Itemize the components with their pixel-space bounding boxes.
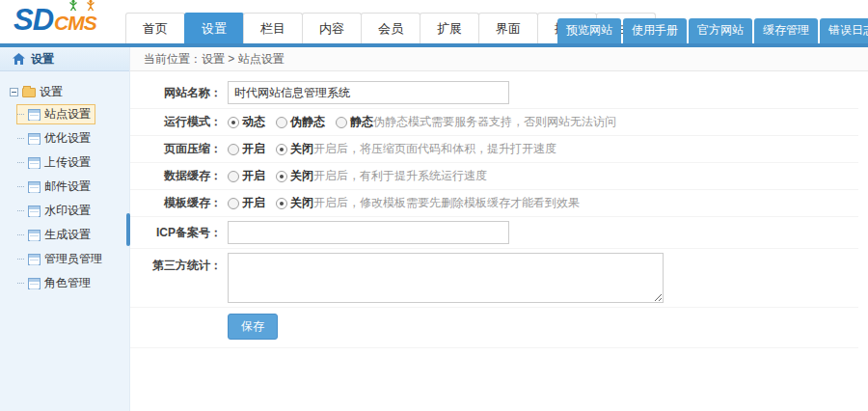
- settings-tree: 设置 站点设置 优化设置 上传设置 邮件设置 水印设置 生成设置 管理员管理 角…: [0, 71, 129, 293]
- sidebar-item-seo-settings[interactable]: 优化设置: [16, 128, 95, 149]
- site-name-label: 网站名称：: [130, 85, 222, 101]
- tree-branch-line: [17, 259, 24, 260]
- tab-content[interactable]: 内容: [302, 13, 362, 43]
- save-row: 保存: [130, 308, 858, 348]
- table-icon: [28, 133, 41, 145]
- page-compress-hint: 开启后，将压缩页面代码和体积，提升打开速度: [313, 141, 556, 157]
- data-cache-row: 数据缓存： 开启 关闭 开启后，有利于提升系统运行速度: [130, 163, 858, 190]
- radio-dynamic[interactable]: [228, 117, 239, 128]
- radio-pseudo-static[interactable]: [276, 117, 287, 128]
- tab-home[interactable]: 首页: [125, 13, 185, 43]
- logo-sd-text: SD: [14, 3, 53, 37]
- radio-dynamic-label[interactable]: 动态: [242, 114, 265, 130]
- quick-link-cache-management[interactable]: 缓存管理: [754, 18, 818, 43]
- logo-climbers-icon: [68, 0, 100, 12]
- run-mode-row: 运行模式： 动态 伪静态 静态 伪静态模式需要服务器支持，否则网站无法访问: [130, 109, 858, 136]
- logo-cms-text: CMS: [54, 12, 96, 34]
- tab-columns[interactable]: 栏目: [243, 13, 303, 43]
- run-mode-label: 运行模式：: [130, 114, 222, 130]
- sidebar-header-label: 设置: [31, 51, 54, 68]
- radio-pseudo-static-label[interactable]: 伪静态: [290, 114, 325, 130]
- radio-compress-on[interactable]: [228, 144, 239, 155]
- breadcrumb: 当前位置：设置 > 站点设置: [130, 47, 868, 71]
- top-header: SDCMS 首页设置栏目内容会员扩展界面插件生成 预览网站使用手册官方网站缓存管…: [0, 0, 868, 43]
- tree-branch-line: [17, 162, 24, 163]
- tree-branch-line: [17, 186, 24, 187]
- radio-data-cache-off-label[interactable]: 关闭: [290, 168, 313, 184]
- quick-link-error-log[interactable]: 错误日志: [820, 18, 868, 43]
- folder-icon: [22, 88, 36, 97]
- data-cache-hint: 开启后，有利于提升系统运行速度: [313, 168, 487, 184]
- tree-root-label: 设置: [40, 84, 63, 100]
- quick-link-preview-site[interactable]: 预览网站: [557, 18, 621, 43]
- page-compress-row: 页面压缩： 开启 关闭 开启后，将压缩页面代码和体积，提升打开速度: [130, 136, 858, 163]
- tree-root-settings[interactable]: 设置: [10, 84, 129, 100]
- sidebar-item-admin-management[interactable]: 管理员管理: [16, 249, 107, 269]
- table-icon: [28, 181, 41, 193]
- table-icon: [28, 157, 41, 169]
- site-name-input[interactable]: [228, 81, 509, 104]
- icp-row: ICP备案号：: [130, 217, 858, 249]
- data-cache-label: 数据缓存：: [130, 168, 222, 184]
- table-icon: [28, 254, 41, 265]
- tab-members[interactable]: 会员: [361, 13, 420, 43]
- quick-link-user-manual[interactable]: 使用手册: [623, 18, 687, 43]
- sidebar-item-site-settings[interactable]: 站点设置: [16, 104, 95, 124]
- tree-branch-line: [17, 114, 24, 115]
- quick-link-official-site[interactable]: 官方网站: [689, 18, 752, 43]
- tab-extend[interactable]: 扩展: [420, 13, 479, 43]
- radio-data-cache-on-label[interactable]: 开启: [242, 168, 265, 184]
- radio-static[interactable]: [336, 117, 347, 128]
- site-settings-form: 网站名称： 运行模式： 动态 伪静态 静态 伪静态模式需要服务器支持，否则网站无…: [130, 71, 868, 348]
- template-cache-row: 模板缓存： 开启 关闭 开启后，修改模板需要先删除模板缓存才能看到效果: [130, 190, 858, 217]
- app-logo: SDCMS: [14, 3, 96, 38]
- third-party-label: 第三方统计：: [130, 253, 222, 274]
- third-party-textarea[interactable]: [228, 253, 664, 303]
- tree-branch-line: [17, 210, 24, 211]
- radio-static-label[interactable]: 静态: [350, 114, 373, 130]
- sidebar: 设置 设置 站点设置 优化设置 上传设置 邮件设置 水印设置 生成设置: [0, 47, 130, 411]
- save-button[interactable]: 保存: [228, 314, 278, 340]
- quick-links: 预览网站使用手册官方网站缓存管理错误日志: [557, 18, 868, 43]
- sidebar-item-mail-settings[interactable]: 邮件设置: [16, 177, 95, 197]
- radio-data-cache-off[interactable]: [276, 171, 287, 182]
- table-icon: [28, 109, 41, 121]
- tree-children: 站点设置 优化设置 上传设置 邮件设置 水印设置 生成设置 管理员管理 角色管理: [16, 104, 129, 293]
- tree-branch-line: [17, 138, 24, 139]
- table-icon: [28, 206, 41, 217]
- sidebar-item-role-management[interactable]: 角色管理: [16, 273, 95, 293]
- third-party-row: 第三方统计：: [130, 249, 858, 308]
- radio-template-cache-on[interactable]: [228, 198, 239, 209]
- radio-template-cache-on-label[interactable]: 开启: [242, 195, 265, 211]
- template-cache-hint: 开启后，修改模板需要先删除模板缓存才能看到效果: [313, 195, 580, 211]
- collapse-icon[interactable]: [10, 88, 18, 96]
- sidebar-item-generate-settings[interactable]: 生成设置: [16, 225, 95, 245]
- radio-compress-on-label[interactable]: 开启: [242, 141, 265, 157]
- tab-interface[interactable]: 界面: [478, 13, 538, 43]
- radio-compress-off[interactable]: [276, 144, 287, 155]
- sidebar-item-watermark-settings[interactable]: 水印设置: [16, 201, 95, 221]
- run-mode-hint: 伪静态模式需要服务器支持，否则网站无法访问: [373, 114, 616, 130]
- sidebar-header: 设置: [0, 47, 129, 71]
- radio-template-cache-off-label[interactable]: 关闭: [290, 195, 313, 211]
- radio-template-cache-off[interactable]: [276, 198, 287, 209]
- table-icon: [28, 230, 41, 241]
- icp-input[interactable]: [228, 221, 509, 244]
- sidebar-item-upload-settings[interactable]: 上传设置: [16, 152, 95, 173]
- icp-label: ICP备案号：: [130, 225, 222, 241]
- template-cache-label: 模板缓存：: [130, 195, 222, 211]
- tree-branch-line: [17, 234, 24, 235]
- tree-branch-line: [17, 283, 24, 284]
- sidebar-scrollbar-thumb[interactable]: [126, 213, 130, 246]
- main-panel: 当前位置：设置 > 站点设置 网站名称： 运行模式： 动态 伪静态 静态 伪静态…: [130, 47, 868, 411]
- radio-compress-off-label[interactable]: 关闭: [290, 141, 313, 157]
- page-compress-label: 页面压缩：: [130, 141, 222, 157]
- site-name-row: 网站名称：: [130, 77, 858, 109]
- tab-settings[interactable]: 设置: [184, 13, 244, 43]
- home-icon: [13, 53, 25, 65]
- table-icon: [28, 278, 41, 289]
- radio-data-cache-on[interactable]: [228, 171, 239, 182]
